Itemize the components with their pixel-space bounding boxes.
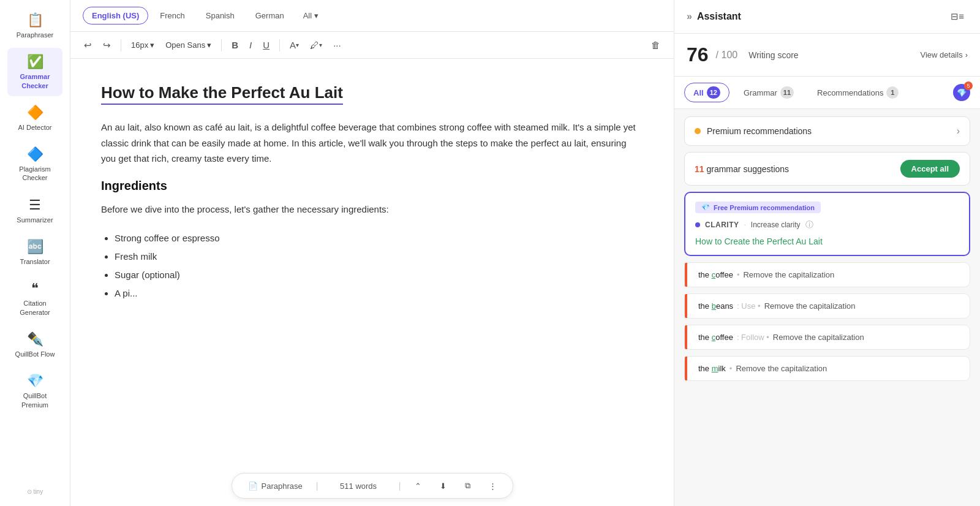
lang-all-label: All bbox=[303, 11, 312, 20]
sidebar-item-label: QuillBot Flow bbox=[15, 350, 55, 358]
toolbar-divider-3 bbox=[279, 39, 280, 51]
sidebar-item-quillbot-flow[interactable]: ✒️ QuillBot Flow bbox=[7, 325, 62, 364]
tiny-logo: ⊙ tiny bbox=[27, 488, 43, 495]
assistant-title: » Assistant bbox=[687, 11, 741, 22]
suggestion-item-1[interactable]: the coffee • Remove the capitalization bbox=[684, 262, 970, 287]
clarity-suggestion-text: How to Create the Perfect Au Lait bbox=[695, 236, 959, 246]
sidebar-item-plagiarism-checker[interactable]: 🔷 Plagiarism Checker bbox=[7, 140, 62, 189]
sidebar: 📋 Paraphraser ✅ Grammar Checker 🔶 AI Det… bbox=[0, 0, 70, 506]
settings-button[interactable]: ⊟≡ bbox=[947, 9, 968, 25]
suggestion-action: Remove the capitalization bbox=[764, 301, 856, 311]
undo-button[interactable]: ↩ bbox=[80, 37, 96, 53]
lang-bar: English (US) French Spanish German All ▾ bbox=[70, 0, 674, 32]
sidebar-item-grammar-checker[interactable]: ✅ Grammar Checker bbox=[7, 48, 62, 96]
suggestion-main-text: the milk bbox=[698, 364, 726, 373]
tab-grammar[interactable]: Grammar 11 bbox=[734, 83, 803, 102]
chevron-right-icon: › bbox=[957, 126, 960, 137]
suggestion-accent bbox=[685, 325, 687, 349]
copy-button[interactable]: ⧉ bbox=[460, 478, 475, 493]
grammar-suggestions-bar: 11 grammar suggestions Accept all bbox=[684, 152, 970, 186]
summarizer-icon: ☰ bbox=[29, 197, 41, 213]
sidebar-item-label: Paraphraser bbox=[17, 31, 54, 39]
chevron-down-icon: ▾ bbox=[296, 42, 299, 48]
italic-button[interactable]: I bbox=[246, 37, 255, 53]
underline-button[interactable]: U bbox=[259, 37, 273, 53]
sidebar-item-translator[interactable]: 🔤 Translator bbox=[7, 233, 62, 272]
bold-button[interactable]: B bbox=[228, 37, 242, 53]
chevron-down-icon: ▾ bbox=[319, 42, 322, 48]
all-count-badge: 12 bbox=[707, 86, 720, 99]
suggestion-main-text: the coffee bbox=[698, 270, 733, 279]
sidebar-item-label: Plagiarism Checker bbox=[12, 165, 58, 183]
more-options-button[interactable]: ··· bbox=[330, 37, 345, 53]
sidebar-item-paraphraser[interactable]: 📋 Paraphraser bbox=[7, 6, 62, 45]
font-family-select[interactable]: Open Sans ▾ bbox=[162, 38, 215, 52]
sidebar-item-quillbot-premium[interactable]: 💎 QuillBot Premium bbox=[7, 367, 62, 415]
writing-score-number: 76 bbox=[687, 43, 709, 66]
editor-area[interactable]: How to Make the Perfect Au Lait An au la… bbox=[70, 59, 674, 506]
accept-all-button[interactable]: Accept all bbox=[900, 160, 960, 178]
sidebar-item-label: AI Detector bbox=[18, 123, 51, 132]
premium-notification-badge: 5 bbox=[964, 81, 973, 90]
list-item: Sugar (optional) bbox=[115, 266, 643, 284]
toolbar-divider-2 bbox=[221, 39, 222, 51]
expand-icon: ⌃ bbox=[415, 481, 421, 491]
tabs-row: All 12 Grammar 11 Recommendations 1 💎 5 bbox=[674, 77, 980, 109]
view-details-button[interactable]: View details › bbox=[921, 50, 968, 59]
suggestion-action: Remove the capitalization bbox=[736, 364, 827, 373]
score-denominator: / 100 bbox=[716, 50, 738, 61]
clarity-label: CLARITY bbox=[705, 221, 739, 229]
panel-content: Premium recommendations › 11 grammar sug… bbox=[674, 109, 980, 506]
download-icon: ⬇ bbox=[440, 481, 447, 491]
lang-tab-french[interactable]: French bbox=[151, 7, 194, 25]
quillbot-premium-icon: 💎 bbox=[27, 373, 43, 389]
suggestion-item-3[interactable]: the coffee : Follow • Remove the capital… bbox=[684, 325, 970, 350]
diamond-small-icon: 💎 bbox=[701, 203, 710, 211]
paraphrase-button[interactable]: 📄 Paraphrase bbox=[243, 479, 307, 493]
lang-all-dropdown[interactable]: All ▾ bbox=[296, 7, 326, 24]
suggestion-item-2[interactable]: the beans : Use • Remove the capitalizat… bbox=[684, 293, 970, 319]
lang-tab-german[interactable]: German bbox=[246, 7, 293, 25]
document-title: How to Make the Perfect Au Lait bbox=[101, 83, 343, 105]
grammar-checker-icon: ✅ bbox=[27, 54, 43, 70]
assistant-header: » Assistant ⊟≡ bbox=[674, 0, 980, 34]
lang-tab-english[interactable]: English (US) bbox=[83, 7, 148, 25]
suggestion-action: Remove the capitalization bbox=[773, 333, 864, 342]
highlight-icon: 🖊 bbox=[310, 40, 319, 50]
suggestion-content: the coffee : Follow • Remove the capital… bbox=[698, 333, 960, 342]
diamond-icon: 💎 bbox=[957, 88, 967, 97]
ingredients-heading: Ingredients bbox=[101, 179, 643, 193]
premium-badge[interactable]: 💎 5 bbox=[953, 84, 970, 101]
font-color-button[interactable]: A ▾ bbox=[286, 37, 303, 53]
bottom-action-bar: 📄 Paraphrase | 511 words | ⌃ ⬇ ⧉ ⋮ bbox=[232, 473, 513, 499]
main-area: English (US) French Spanish German All ▾… bbox=[70, 0, 674, 506]
highlight-color-button[interactable]: 🖊 ▾ bbox=[306, 37, 326, 53]
lang-tab-spanish[interactable]: Spanish bbox=[197, 7, 244, 25]
more-bottom-button[interactable]: ⋮ bbox=[484, 479, 502, 493]
plagiarism-checker-icon: 🔷 bbox=[27, 146, 43, 162]
clarity-row: CLARITY · Increase clarity ⓘ bbox=[695, 219, 959, 230]
suggestion-main-text: the coffee bbox=[698, 333, 733, 342]
font-size-select[interactable]: 16px ▾ bbox=[127, 38, 158, 52]
delete-button[interactable]: 🗑 bbox=[647, 37, 664, 53]
suggestion-content: the beans : Use • Remove the capitalizat… bbox=[698, 301, 960, 311]
tab-recommendations[interactable]: Recommendations 1 bbox=[808, 83, 908, 102]
tab-all[interactable]: All 12 bbox=[684, 83, 729, 102]
suggestion-accent bbox=[685, 294, 687, 318]
sidebar-item-ai-detector[interactable]: 🔶 AI Detector bbox=[7, 99, 62, 138]
expand-button[interactable]: ⌃ bbox=[410, 479, 426, 493]
suggestion-item-4[interactable]: the milk • Remove the capitalization bbox=[684, 356, 970, 381]
info-icon[interactable]: ⓘ bbox=[805, 219, 813, 230]
sidebar-item-citation-generator[interactable]: ❝ Citation Generator bbox=[7, 274, 62, 323]
premium-recommendations-card[interactable]: Premium recommendations › bbox=[684, 116, 970, 146]
download-button[interactable]: ⬇ bbox=[435, 479, 451, 493]
editor-container: How to Make the Perfect Au Lait An au la… bbox=[70, 59, 674, 506]
chevron-down-icon: ▾ bbox=[314, 11, 318, 20]
sidebar-item-summarizer[interactable]: ☰ Summarizer bbox=[7, 191, 62, 230]
sidebar-item-label: QuillBot Premium bbox=[12, 391, 58, 409]
free-premium-card[interactable]: 💎 Free Premium recommendation CLARITY · … bbox=[684, 192, 970, 256]
redo-button[interactable]: ↪ bbox=[99, 37, 115, 53]
sliders-icon: ⊟≡ bbox=[951, 11, 964, 22]
list-item: Fresh milk bbox=[115, 247, 643, 266]
copy-icon: ⧉ bbox=[465, 481, 470, 491]
